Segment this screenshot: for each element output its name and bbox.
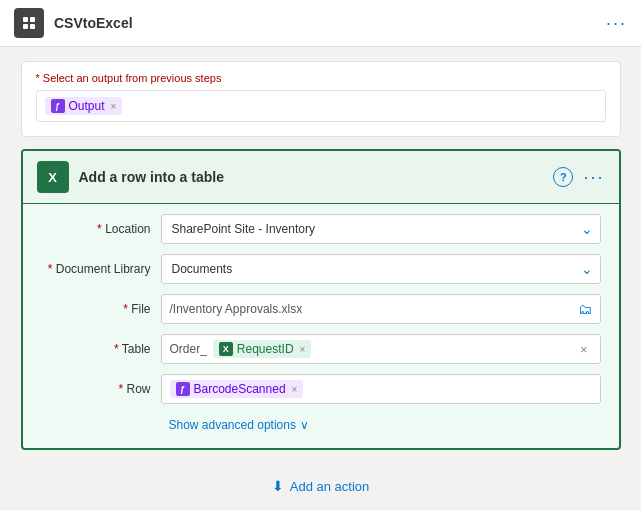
output-chip: ƒ Output × (45, 97, 123, 115)
file-row: File /Inventory Approvals.xlsx 🗂 (41, 294, 601, 324)
output-label: * Select an output from previous steps (36, 72, 606, 84)
excel-header: X Add a row into a table ? ··· (23, 151, 619, 204)
output-chip-label: Output (69, 99, 105, 113)
flow-icon (14, 8, 44, 38)
svg-rect-1 (30, 17, 35, 22)
row-control: ƒ BarcodeScanned × (161, 374, 601, 404)
add-action-icon: ⬇ (272, 478, 284, 494)
row-chip-close[interactable]: × (292, 384, 298, 395)
advanced-options-label: Show advanced options (169, 418, 296, 432)
table-tag-input[interactable]: Order_ X RequestID × × (161, 334, 601, 364)
top-bar-more-button[interactable]: ··· (606, 13, 627, 34)
table-clear-button[interactable]: × (576, 342, 592, 357)
svg-rect-0 (23, 17, 28, 22)
excel-form-body: Location SharePoint Site - Inventory ⌄ D… (23, 204, 619, 448)
svg-rect-2 (23, 24, 28, 29)
table-chip-icon: X (219, 342, 233, 356)
excel-action-block: X Add a row into a table ? ··· Location … (21, 149, 621, 450)
document-library-control: Documents ⌄ (161, 254, 601, 284)
table-row: Table Order_ X RequestID × × (41, 334, 601, 364)
add-action-row[interactable]: ⬇ Add an action (272, 478, 370, 494)
output-section: * Select an output from previous steps ƒ… (21, 61, 621, 137)
location-row: Location SharePoint Site - Inventory ⌄ (41, 214, 601, 244)
file-value: /Inventory Approvals.xlsx (170, 302, 578, 316)
advanced-options-chevron-icon: ∨ (300, 418, 309, 432)
table-prefix: Order_ (170, 342, 207, 356)
location-control: SharePoint Site - Inventory ⌄ (161, 214, 601, 244)
output-tag-row[interactable]: ƒ Output × (36, 90, 606, 122)
location-label: Location (41, 222, 151, 236)
table-request-id-chip: X RequestID × (213, 340, 312, 358)
file-field-wrapper[interactable]: /Inventory Approvals.xlsx 🗂 (161, 294, 601, 324)
svg-rect-3 (30, 24, 35, 29)
excel-more-button[interactable]: ··· (583, 167, 604, 188)
output-chip-icon: ƒ (51, 99, 65, 113)
table-chip-label: RequestID (237, 342, 294, 356)
excel-help-button[interactable]: ? (553, 167, 573, 187)
row-chip-label: BarcodeScanned (194, 382, 286, 396)
document-library-select[interactable]: Documents (161, 254, 601, 284)
file-label: File (41, 302, 151, 316)
add-action-label[interactable]: Add an action (290, 479, 370, 494)
location-select[interactable]: SharePoint Site - Inventory (161, 214, 601, 244)
document-library-label: Document Library (41, 262, 151, 276)
file-control: /Inventory Approvals.xlsx 🗂 (161, 294, 601, 324)
row-field-row: Row ƒ BarcodeScanned × (41, 374, 601, 404)
row-barcode-chip: ƒ BarcodeScanned × (170, 380, 304, 398)
row-chip-icon: ƒ (176, 382, 190, 396)
main-content: * Select an output from previous steps ƒ… (21, 61, 621, 450)
excel-block-title: Add a row into a table (79, 169, 544, 185)
table-chip-close[interactable]: × (300, 344, 306, 355)
top-bar: CSVtoExcel ··· (0, 0, 641, 47)
row-label: Row (41, 382, 151, 396)
table-control: Order_ X RequestID × × (161, 334, 601, 364)
top-bar-title: CSVtoExcel (54, 15, 596, 31)
document-library-row: Document Library Documents ⌄ (41, 254, 601, 284)
excel-icon: X (37, 161, 69, 193)
row-tag-input[interactable]: ƒ BarcodeScanned × (161, 374, 601, 404)
advanced-options-row[interactable]: Show advanced options ∨ (41, 414, 601, 434)
file-browse-icon[interactable]: 🗂 (578, 301, 592, 317)
output-chip-close[interactable]: × (111, 101, 117, 112)
table-label: Table (41, 342, 151, 356)
